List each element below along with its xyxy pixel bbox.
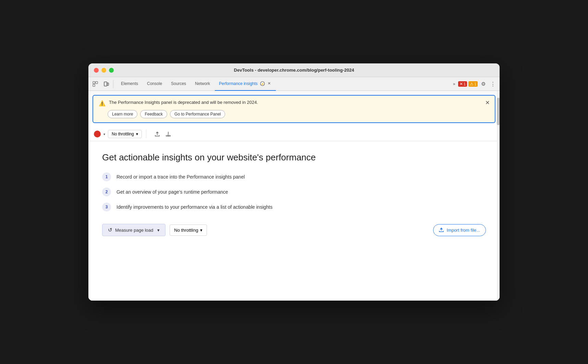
- toolbar-icons: [91, 80, 113, 88]
- banner-close-button[interactable]: ✕: [484, 99, 491, 106]
- settings-icon[interactable]: ⚙: [479, 80, 487, 88]
- title-bar: DevTools - developer.chrome.com/blog/per…: [88, 63, 500, 77]
- devtools-window: DevTools - developer.chrome.com/blog/per…: [88, 63, 500, 301]
- main-content: Get actionable insights on your website'…: [88, 141, 500, 247]
- step-item-3: 3 Identify improvements to your performa…: [102, 203, 486, 211]
- record-button[interactable]: [94, 131, 101, 137]
- device-toolbar-icon[interactable]: [102, 80, 110, 88]
- import-from-file-button[interactable]: Import from file...: [433, 224, 486, 236]
- feedback-button[interactable]: Feedback: [140, 110, 167, 118]
- tab-actions: » ✕ 1 ⚠ 1 ⚙ ⋮: [452, 80, 497, 88]
- measure-icon: ↺: [108, 227, 112, 233]
- warning-icon: ⚠️: [99, 100, 106, 107]
- tab-sources[interactable]: Sources: [167, 77, 190, 91]
- go-to-performance-button[interactable]: Go to Performance Panel: [170, 110, 225, 118]
- warning-badge: ⚠ 1: [468, 81, 478, 87]
- step-number-1: 1: [102, 172, 111, 181]
- minimize-button[interactable]: [101, 68, 106, 73]
- more-tabs-icon[interactable]: »: [452, 80, 457, 88]
- banner-buttons: Learn more Feedback Go to Performance Pa…: [108, 110, 489, 118]
- step-item-2: 2 Get an overview of your page's runtime…: [102, 187, 486, 196]
- tabs-bar: Elements Console Sources Network Perform…: [88, 77, 500, 91]
- throttle-select-bottom[interactable]: No throttling ▾: [170, 225, 207, 236]
- error-badge: ✕ 1: [458, 81, 467, 87]
- scrollbar-thumb[interactable]: [497, 98, 500, 125]
- maximize-button[interactable]: [109, 68, 114, 73]
- window-title: DevTools - developer.chrome.com/blog/per…: [234, 68, 354, 73]
- banner-message: ⚠️ The Performance Insights panel is dep…: [99, 100, 489, 107]
- measure-page-load-button[interactable]: ↺ Measure page load ▾: [102, 224, 166, 236]
- svg-text:⚡: ⚡: [261, 82, 264, 86]
- svg-rect-4: [107, 83, 109, 85]
- panel-content: ⚠️ The Performance Insights panel is dep…: [88, 91, 500, 301]
- devtools-body: Elements Console Sources Network Perform…: [88, 77, 500, 301]
- tab-network[interactable]: Network: [191, 77, 214, 91]
- actions-row: ↺ Measure page load ▾ No throttling ▾: [102, 224, 486, 236]
- inspect-element-icon[interactable]: [91, 80, 99, 88]
- tab-performance-insights[interactable]: Performance insights ⚡ ✕: [215, 77, 276, 91]
- export-buttons: [153, 130, 172, 138]
- close-tab-icon[interactable]: ✕: [266, 81, 272, 86]
- scrollbar[interactable]: [497, 91, 500, 301]
- svg-rect-3: [104, 82, 107, 86]
- tab-elements[interactable]: Elements: [117, 77, 142, 91]
- traffic-lights: [94, 68, 114, 73]
- more-options-icon[interactable]: ⋮: [489, 80, 497, 88]
- main-title: Get actionable insights on your website'…: [102, 152, 486, 163]
- toolbar-divider: [146, 130, 146, 138]
- step-text-2: Get an overview of your page's runtime p…: [117, 189, 228, 195]
- step-number-2: 2: [102, 187, 111, 196]
- throttle-select-top[interactable]: No throttling ▾: [108, 130, 142, 138]
- record-dropdown-arrow[interactable]: ▾: [103, 132, 105, 136]
- step-text-3: Identify improvements to your performanc…: [117, 204, 272, 210]
- steps-list: 1 Record or import a trace into the Perf…: [102, 172, 486, 211]
- step-item-1: 1 Record or import a trace into the Perf…: [102, 172, 486, 181]
- learn-more-button[interactable]: Learn more: [108, 110, 137, 118]
- step-number-3: 3: [102, 203, 111, 211]
- import-icon: [439, 227, 444, 233]
- svg-rect-2: [93, 84, 95, 86]
- export-download-icon[interactable]: [164, 130, 172, 138]
- svg-rect-1: [96, 82, 98, 84]
- svg-rect-0: [93, 82, 95, 84]
- close-button[interactable]: [94, 68, 99, 73]
- deprecation-banner: ⚠️ The Performance Insights panel is dep…: [93, 95, 495, 123]
- tab-console[interactable]: Console: [143, 77, 166, 91]
- export-upload-icon[interactable]: [153, 130, 161, 138]
- performance-insights-panel: ⚠️ The Performance Insights panel is dep…: [88, 95, 500, 301]
- measure-dropdown-arrow: ▾: [157, 228, 160, 233]
- insights-toolbar: ▾ No throttling ▾: [88, 127, 500, 141]
- step-text-1: Record or import a trace into the Perfor…: [117, 174, 245, 180]
